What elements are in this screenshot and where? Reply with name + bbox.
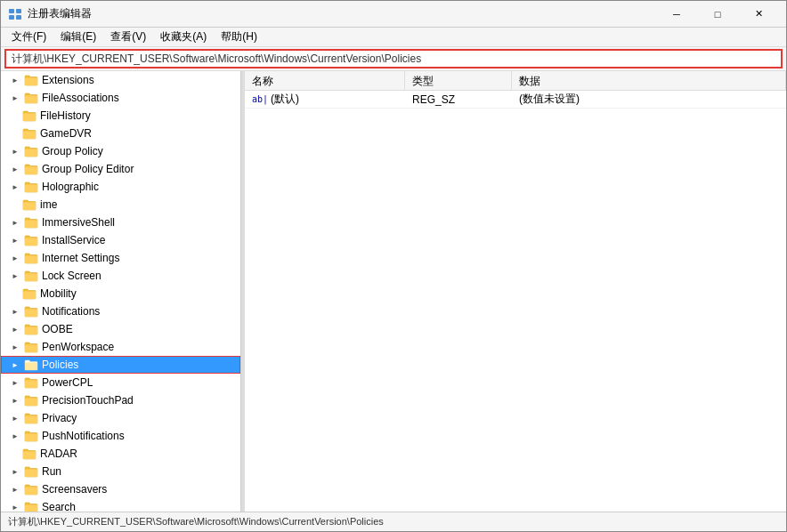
tree-item-privacy[interactable]: ► Privacy [1,409,240,427]
tree-label-run: Run [42,465,61,478]
tree-label-powercpl: PowerCPL [42,376,93,389]
folder-icon-lockscreen [24,270,38,282]
tree-item-penworkspace[interactable]: ► PenWorkspace [1,338,240,356]
folder-icon-pushnotifications [24,430,38,442]
detail-header: 名称 类型 数据 [245,71,786,91]
tree-arrow-mobility [8,286,22,301]
tree-item-search[interactable]: ► Search [1,498,240,512]
maximize-button[interactable]: □ [697,1,738,28]
tree-item-internetsettings[interactable]: ► Internet Settings [1,249,240,267]
svg-rect-1 [16,9,21,13]
tree-item-immersiveshell[interactable]: ► ImmersiveShell [1,214,240,231]
tree-item-powercpl[interactable]: ► PowerCPL [1,374,240,391]
menu-view[interactable]: 查看(V) [103,28,153,46]
col-header-name: 名称 [245,71,405,90]
address-bar[interactable]: 计算机\HKEY_CURRENT_USER\Software\Microsoft… [4,49,783,69]
tree-arrow-screensavers: ► [8,482,22,496]
tree-label-extensions: Extensions [42,74,94,86]
tree-arrow-policies: ► [8,358,22,372]
tree-item-gamedvr[interactable]: GameDVR [1,125,240,142]
tree-item-pushnotifications[interactable]: ► PushNotifications [1,427,240,445]
tree-item-filehistory[interactable]: FileHistory [1,107,240,125]
tree-arrow-internetsettings: ► [8,251,22,265]
tree-item-policies[interactable]: ► Policies [1,356,240,374]
folder-icon-policies [24,359,38,371]
main-content: ► Extensions► FileAssociations FileHisto… [1,71,786,512]
folder-icon-grouppolicy [24,145,38,157]
tree-item-grouppolicy[interactable]: ► Group Policy [1,142,240,160]
minimize-button[interactable]: ─ [656,1,697,28]
tree-label-precisiontouchpad: PrecisionTouchPad [42,394,134,407]
tree-arrow-run: ► [8,464,22,479]
tree-label-pushnotifications: PushNotifications [42,430,125,442]
folder-icon-penworkspace [24,341,38,353]
tree-label-grouppolicyeditor: Group Policy Editor [42,163,134,175]
detail-row-0[interactable]: ab|(默认)REG_SZ(数值未设置) [245,91,786,109]
folder-icon-ime [22,198,37,211]
window-controls: ─ □ ✕ [656,1,779,28]
menu-bar: 文件(F) 编辑(E) 查看(V) 收藏夹(A) 帮助(H) [1,28,786,47]
tree-label-privacy: Privacy [42,412,77,424]
folder-icon-precisiontouchpad [24,394,38,407]
menu-file[interactable]: 文件(F) [4,28,53,46]
folder-icon-fileassociations [24,92,38,104]
tree-item-radar[interactable]: RADAR [1,445,240,463]
tree-item-run[interactable]: ► Run [1,463,240,480]
tree-item-fileassociations[interactable]: ► FileAssociations [1,89,240,107]
tree-item-holographic[interactable]: ► Holographic [1,178,240,196]
tree-item-notifications[interactable]: ► Notifications [1,302,240,320]
tree-label-notifications: Notifications [42,305,100,318]
folder-icon-extensions [24,74,38,86]
folder-icon-screensavers [24,483,38,496]
tree-item-mobility[interactable]: Mobility [1,285,240,302]
address-bar-row: 计算机\HKEY_CURRENT_USER\Software\Microsoft… [1,47,786,71]
detail-cell-name: ab|(默认) [245,90,405,109]
col-header-data: 数据 [512,71,786,90]
tree-arrow-fileassociations: ► [8,91,22,105]
window-title: 注册表编辑器 [28,6,656,21]
tree-label-policies: Policies [42,359,78,371]
tree-arrow-holographic: ► [8,180,22,194]
folder-icon-immersiveshell [24,216,38,229]
tree-label-mobility: Mobility [40,287,77,300]
tree-item-extensions[interactable]: ► Extensions [1,71,240,89]
folder-icon-grouppolicyeditor [24,163,38,175]
col-header-type: 类型 [405,71,512,90]
tree-arrow-precisiontouchpad: ► [8,393,22,407]
folder-icon-internetsettings [24,252,38,264]
tree-item-ime[interactable]: ime [1,196,240,214]
tree-label-radar: RADAR [40,447,77,460]
folder-icon-mobility [22,287,37,300]
menu-edit[interactable]: 编辑(E) [53,28,103,46]
tree-arrow-ime [8,197,22,212]
tree-item-installservice[interactable]: ► InstallService [1,231,240,249]
tree-pane[interactable]: ► Extensions► FileAssociations FileHisto… [1,71,241,512]
folder-icon-gamedvr [22,127,37,140]
tree-arrow-lockscreen: ► [8,269,22,283]
status-bar: 计算机\HKEY_CURRENT_USER\Software\Microsoft… [1,512,786,531]
tree-arrow-notifications: ► [8,304,22,318]
tree-item-screensavers[interactable]: ► Screensavers [1,480,240,498]
tree-item-lockscreen[interactable]: ► Lock Screen [1,267,240,285]
tree-arrow-gamedvr [8,126,22,141]
tree-arrow-grouppolicy: ► [8,144,22,158]
folder-icon-radar [22,447,37,460]
tree-label-immersiveshell: ImmersiveShell [42,216,115,229]
tree-item-grouppolicyeditor[interactable]: ► Group Policy Editor [1,160,240,178]
tree-label-grouppolicy: Group Policy [42,145,103,157]
menu-favorites[interactable]: 收藏夹(A) [153,28,214,46]
tree-label-filehistory: FileHistory [40,109,91,122]
svg-rect-2 [9,15,14,20]
folder-icon-oobe [24,323,38,335]
close-button[interactable]: ✕ [738,1,779,28]
tree-arrow-pushnotifications: ► [8,429,22,443]
tree-label-oobe: OOBE [42,323,73,335]
folder-icon-powercpl [24,376,38,389]
tree-item-oobe[interactable]: ► OOBE [1,320,240,338]
tree-label-gamedvr: GameDVR [40,127,92,140]
tree-label-fileassociations: FileAssociations [42,92,119,104]
tree-label-internetsettings: Internet Settings [42,252,119,264]
tree-item-precisiontouchpad[interactable]: ► PrecisionTouchPad [1,391,240,409]
menu-help[interactable]: 帮助(H) [214,28,264,46]
folder-icon-search [24,501,38,512]
